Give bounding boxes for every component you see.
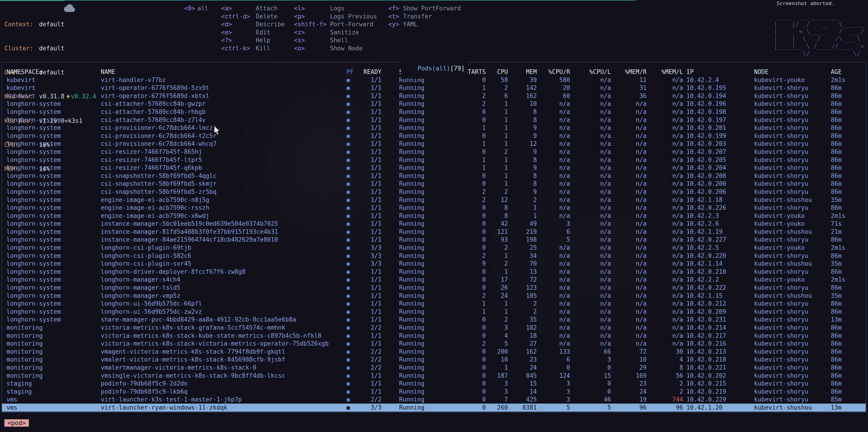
- table-row[interactable]: longhorn-systemcsi-attacher-57689cc84b-g…: [2, 100, 866, 108]
- table-cell: n/a: [570, 76, 611, 84]
- table-row[interactable]: longhorn-systemlonghorn-manager-vmp5z●1/…: [2, 292, 866, 300]
- table-row[interactable]: longhorn-systeminstance-manager-5bc01eeb…: [2, 220, 866, 228]
- menu-item[interactable]: <z>Sanitize: [294, 28, 377, 36]
- menu-item[interactable]: <o>Show Node: [294, 44, 377, 53]
- menu-item[interactable]: <ctrl-k>Kill: [221, 44, 285, 53]
- column-header[interactable]: %MEM/L: [647, 68, 683, 76]
- table-row[interactable]: monitoringvictoria-metrics-k8s-stack-kub…: [2, 332, 866, 340]
- table-row[interactable]: longhorn-systemcsi-attacher-57689cc84b-z…: [2, 116, 866, 124]
- table-cell: n/a: [647, 276, 683, 284]
- table-row[interactable]: longhorn-systemlonghorn-ui-56d9b575dc-66…: [2, 300, 866, 308]
- table-cell: 17: [486, 276, 508, 284]
- menu-item[interactable]: <0>all: [184, 4, 208, 12]
- table-row[interactable]: kubevirtvirt-operator-6776f5689d-xbtxl●1…: [2, 92, 866, 100]
- table-cell: kubevirt-shoryu: [751, 315, 828, 324]
- table-row[interactable]: monitoringvmalert-victoria-metrics-k8s-s…: [2, 356, 866, 364]
- column-header[interactable]: NODE: [751, 68, 828, 76]
- table-row[interactable]: longhorn-systemlonghorn-csi-plugin-69tjb…: [2, 244, 866, 252]
- ready-dot-icon: ●: [345, 268, 363, 276]
- menu-item[interactable]: <f>Show PortForward: [388, 4, 461, 12]
- menu-item[interactable]: <d>Describe: [221, 20, 285, 28]
- table-cell: 0: [437, 364, 486, 372]
- menu-item[interactable]: <l>Logs: [294, 4, 377, 12]
- table-row[interactable]: longhorn-systemcsi-resizer-7466f7b45f-lt…: [2, 156, 866, 164]
- table-cell: longhorn-csi-plugin-sxr45: [101, 260, 345, 268]
- menu-item[interactable]: <ctrl-d>Delete: [221, 12, 285, 21]
- column-header[interactable]: %CPU/R: [537, 68, 570, 76]
- menu-item[interactable]: <e>Edit: [221, 28, 285, 36]
- table-row[interactable]: longhorn-systemshare-manager-pvc-4bbd842…: [2, 315, 866, 324]
- breadcrumb-pod[interactable]: <pod>: [4, 419, 29, 427]
- table-cell: Running: [385, 220, 437, 228]
- table-cell: 10.42.0.209: [683, 308, 751, 316]
- menu-item[interactable]: <y>YAML: [388, 20, 461, 28]
- table-cell: n/a: [570, 300, 611, 308]
- table-cell: csi-snapshotter-58bf69fbd5-4qglc: [101, 172, 345, 180]
- table-row[interactable]: stagingpodinfo-79db68f5c9-lkb6q●1/1Runni…: [2, 388, 866, 396]
- table-row[interactable]: longhorn-systemcsi-resizer-7466f7b45f-q6…: [2, 164, 866, 172]
- column-header[interactable]: AGE: [828, 68, 866, 76]
- table-row[interactable]: longhorn-systeminstance-manager-81fd5a40…: [2, 228, 866, 236]
- table-row[interactable]: longhorn-systemcsi-resizer-7466f7b45f-86…: [2, 148, 866, 156]
- table-row[interactable]: longhorn-systemengine-image-ei-acb7590c-…: [2, 204, 866, 212]
- table-row[interactable]: longhorn-systemengine-image-ei-acb7590c-…: [2, 212, 866, 220]
- table-cell: longhorn-system: [6, 204, 101, 212]
- table-row[interactable]: longhorn-systemcsi-provisioner-6c78dcb66…: [2, 124, 866, 132]
- column-header[interactable]: PF: [345, 68, 363, 76]
- table-row[interactable]: monitoringvmalertmanager-victoria-metric…: [2, 364, 866, 372]
- table-row[interactable]: longhorn-systemcsi-snapshotter-58bf69fbd…: [2, 188, 866, 196]
- table-cell: 260: [486, 404, 508, 412]
- table-row[interactable]: longhorn-systemcsi-provisioner-6c78dcb66…: [2, 132, 866, 140]
- table-cell: kubevirt-shoryu: [751, 92, 828, 100]
- menu-item[interactable]: <shift-f>Port-Forward: [294, 20, 377, 28]
- column-header[interactable]: CPU: [486, 68, 508, 76]
- table-row[interactable]: stagingpodinfo-79db68f5c9-2d2dn●1/1Runni…: [2, 379, 866, 388]
- table-row[interactable]: longhorn-systemengine-image-ei-acb7590c-…: [2, 196, 866, 204]
- table-row[interactable]: longhorn-systemlonghorn-csi-plugin-sxr45…: [2, 260, 866, 268]
- menu-item[interactable]: <a>Attach: [221, 4, 285, 12]
- table-row[interactable]: longhorn-systemlonghorn-manager-s4ch4●1/…: [2, 276, 866, 284]
- table-cell: n/a: [647, 164, 683, 172]
- column-header[interactable]: READY: [363, 68, 385, 76]
- column-header[interactable]: IP: [683, 68, 751, 76]
- menu-item[interactable]: <p>Logs Previous: [294, 12, 377, 21]
- column-header[interactable]: %MEM/R: [611, 68, 647, 76]
- table-row[interactable]: monitoringvmsingle-victoria-metrics-k8s-…: [2, 372, 866, 380]
- table-row[interactable]: longhorn-systemlonghorn-manager-tsld5●1/…: [2, 284, 866, 292]
- hotkey-label: Kill: [256, 45, 270, 52]
- table-cell: 8: [486, 212, 508, 220]
- table-row[interactable]: longhorn-systemcsi-snapshotter-58bf69fbd…: [2, 180, 866, 188]
- menu-item[interactable]: <?>Help: [221, 36, 285, 44]
- column-header[interactable]: NAMESPACE↑: [6, 68, 101, 76]
- table-row[interactable]: longhorn-systeminstance-manager-84ae2159…: [2, 236, 866, 244]
- table-row[interactable]: vmsvirt-launcher-k3s-test-1-master-1-j6p…: [2, 396, 866, 404]
- table-cell: 13: [508, 268, 537, 276]
- table-row[interactable]: monitoringvictoria-metrics-k8s-stack-gra…: [2, 324, 866, 332]
- column-header[interactable]: %CPU/L: [570, 68, 611, 76]
- table-row[interactable]: kubevirtvirt-operator-6776f5689d-5zx9t●1…: [2, 84, 866, 92]
- table-row[interactable]: longhorn-systemcsi-attacher-57689cc84b-r…: [2, 108, 866, 116]
- table-row[interactable]: monitoringvmagent-victoria-metrics-k8s-s…: [2, 348, 866, 356]
- table-row[interactable]: longhorn-systemcsi-snapshotter-58bf69fbd…: [2, 172, 866, 180]
- ready-dot-icon: ●: [345, 308, 363, 316]
- table-cell: Running: [385, 164, 437, 172]
- table-cell: podinfo-79db68f5c9-lkb6q: [101, 388, 345, 396]
- table-row[interactable]: monitoringvictoria-metrics-k8s-stack-vic…: [2, 340, 866, 348]
- table-cell: 86m: [828, 340, 866, 348]
- table-cell: 2: [647, 388, 683, 396]
- menu-item[interactable]: <t>Transfer: [388, 12, 461, 21]
- table-row[interactable]: longhorn-systemlonghorn-driver-deployer-…: [2, 268, 866, 276]
- table-row[interactable]: vmsvirt-launcher-ryan-windows-11-zkdqk●3…: [2, 404, 866, 412]
- table-cell: 1/1: [363, 315, 385, 324]
- column-header[interactable]: NAME: [101, 68, 345, 76]
- column-header[interactable]: MEM: [508, 68, 537, 76]
- table-row[interactable]: longhorn-systemlonghorn-ui-56d9b575dc-zw…: [2, 308, 866, 316]
- menu-item[interactable]: <s>Shell: [294, 36, 377, 44]
- hotkey-key: <t>: [388, 12, 403, 21]
- table-cell: vms: [6, 396, 101, 404]
- table-cell: Running: [385, 364, 437, 372]
- table-cell: n/a: [537, 300, 570, 308]
- table-row[interactable]: longhorn-systemcsi-provisioner-6c78dcb66…: [2, 140, 866, 148]
- table-row[interactable]: longhorn-systemlonghorn-csi-plugin-582c6…: [2, 252, 866, 260]
- table-cell: Running: [385, 340, 437, 348]
